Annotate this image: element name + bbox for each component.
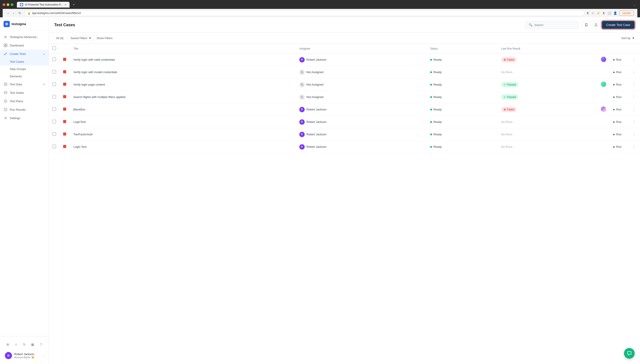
row-title[interactable]: BlackBox — [73, 108, 85, 111]
run-play-icon: ▶ — [613, 146, 615, 148]
row-checkbox[interactable] — [52, 95, 56, 98]
assignee-avatar: R — [299, 132, 305, 137]
close-dot[interactable] — [3, 3, 5, 6]
filter-show[interactable]: Show Filters — [97, 36, 113, 40]
search-input[interactable] — [534, 23, 575, 27]
sidebar-item-test-cases[interactable]: Test Cases — [0, 58, 49, 65]
run-button[interactable]: ▶ Run — [613, 145, 622, 148]
assignee-cell: R Robert Jackson — [299, 132, 423, 137]
sort-by[interactable]: Sort by ▼ — [621, 36, 635, 40]
sidebar-item-run-results[interactable]: Run Results — [0, 105, 49, 114]
sidebar-item-test-suites[interactable]: Test Suites — [0, 88, 49, 97]
forward-button[interactable]: › — [12, 11, 16, 15]
tool-shape[interactable]: ◇ — [13, 341, 19, 348]
row-title[interactable]: Verify login page content — [73, 83, 105, 86]
sort-by-label: Sort by — [621, 36, 630, 40]
export-icon[interactable] — [592, 21, 600, 29]
user-profile[interactable]: R Robert Jackson Account Admin 👑 › — [3, 350, 46, 361]
refresh-button[interactable]: ↻ — [17, 11, 22, 15]
row-checkbox[interactable] — [52, 70, 56, 74]
run-button[interactable]: ▶ Run — [613, 120, 622, 124]
sidebar-item-test-plans[interactable]: Test Plans — [0, 97, 49, 105]
row-checkbox[interactable] — [52, 120, 56, 123]
table-row: Verify login with invalid credentials No… — [49, 66, 640, 78]
tool-grid[interactable]: ⊞ — [4, 341, 11, 348]
tool-help[interactable]: ? — [38, 341, 44, 348]
search-icon: 🔍 — [529, 23, 532, 27]
run-button[interactable]: ▶ Run — [613, 70, 622, 74]
download-icon[interactable]: ⬇ — [602, 11, 605, 15]
table-row: Verify login page content Not Assigned R… — [49, 78, 640, 91]
row-title[interactable]: TwoFactorAuth — [73, 133, 93, 136]
more-options-button[interactable]: ⋮ — [631, 106, 636, 112]
multiwindow-icon[interactable]: ⬜ — [607, 11, 611, 15]
sidebar-item-apps[interactable]: ⊞ Testsigma Advanced... — [0, 33, 49, 41]
run-button[interactable]: ▶ Run — [613, 95, 622, 99]
run-play-icon: ▶ — [613, 71, 615, 73]
run-button[interactable]: ▶ Run — [613, 58, 622, 61]
more-options-button[interactable]: ⋮ — [631, 82, 636, 88]
row-title[interactable]: Verify login with invalid credentials — [73, 70, 117, 74]
window-expand-icon[interactable]: ⌄ — [632, 2, 637, 7]
row-checkbox[interactable] — [52, 107, 56, 111]
test-data-icon — [4, 82, 8, 86]
tool-refresh[interactable]: ↻ — [21, 341, 28, 348]
filter-all[interactable]: All (8) — [54, 36, 65, 41]
bookmark-header-icon[interactable] — [582, 21, 590, 29]
minimize-dot[interactable] — [7, 3, 9, 6]
sidebar-item-elements[interactable]: Elements — [0, 73, 49, 80]
search-box[interactable]: 🔍 — [525, 21, 579, 29]
more-options-button[interactable]: ⋮ — [631, 94, 636, 100]
assignee-avatar: R — [299, 119, 305, 125]
more-options-button[interactable]: ⋮ — [631, 57, 636, 63]
test-cases-table: Title Assignee Status Last Run Result Ve… — [49, 44, 640, 153]
more-options-button[interactable]: ⋮ — [631, 119, 636, 125]
back-button[interactable]: ‹ — [6, 11, 10, 15]
row-title[interactable]: LoginTest — [73, 120, 86, 124]
priority-icon — [63, 132, 66, 136]
saved-filters-label: Saved Filters — [70, 36, 87, 40]
status-dot — [430, 96, 432, 98]
chat-fab-button[interactable] — [624, 348, 635, 359]
share-icon[interactable]: ⬆ — [586, 11, 589, 15]
update-button[interactable]: Update — [619, 10, 634, 16]
row-title[interactable]: Login Test — [73, 145, 86, 148]
row-title[interactable]: Verify login with valid credentials — [73, 58, 115, 61]
sidebar-item-create-tests[interactable]: Create Tests ▲ — [0, 50, 49, 58]
new-tab-button[interactable]: + — [71, 2, 76, 8]
sidebar-item-step-groups[interactable]: Step Groups — [0, 65, 49, 73]
tool-calendar[interactable]: ▦ — [29, 341, 36, 348]
active-tab[interactable]: AI Powered Test Automation P... ✕ — [17, 2, 70, 8]
row-checkbox[interactable] — [52, 58, 56, 61]
svg-line-16 — [301, 84, 303, 86]
status-cell: Ready — [430, 120, 494, 124]
run-results-icon — [4, 108, 8, 112]
row-checkbox[interactable] — [52, 132, 56, 136]
maximize-dot[interactable] — [11, 3, 13, 6]
more-options-button[interactable]: ⋮ — [631, 144, 636, 150]
status-dot — [430, 121, 432, 123]
tab-close-icon[interactable]: ✕ — [64, 3, 66, 6]
assignee-name: Not Assigned — [306, 83, 324, 86]
header-actions: Create Test Case — [582, 21, 635, 29]
more-options-button[interactable]: ⋮ — [631, 69, 636, 75]
run-button[interactable]: ▶ Run — [613, 133, 622, 136]
table-row: Verify login with valid credentials R Ro… — [49, 54, 640, 66]
sidebar-item-settings[interactable]: ⚙ Settings — [0, 114, 49, 122]
more-options-button[interactable]: ⋮ — [631, 131, 636, 137]
assignee-avatar-unassigned — [299, 70, 305, 75]
row-checkbox[interactable] — [52, 145, 56, 148]
profile-icon[interactable]: 👤 — [613, 11, 617, 15]
run-button[interactable]: ▶ Run — [613, 108, 622, 111]
row-title[interactable]: Search flights with multiple filters app… — [73, 95, 125, 99]
row-checkbox[interactable] — [52, 82, 56, 86]
select-all-checkbox[interactable] — [52, 46, 56, 50]
filter-saved[interactable]: Saved Filters ▼ — [68, 35, 94, 41]
create-test-case-button[interactable]: Create Test Case — [602, 21, 635, 29]
sidebar-item-dashboard[interactable]: Dashboard — [0, 41, 49, 50]
run-button[interactable]: ▶ Run — [613, 83, 622, 86]
bookmark-icon[interactable]: ☆ — [591, 11, 594, 15]
extensions-icon[interactable]: ⚡ — [596, 11, 600, 15]
sidebar-item-test-data[interactable]: Test Data ▼ — [0, 80, 49, 88]
address-box[interactable]: 🔒 app.testsigma.com/ui/td/34/cases/filte… — [24, 10, 585, 16]
